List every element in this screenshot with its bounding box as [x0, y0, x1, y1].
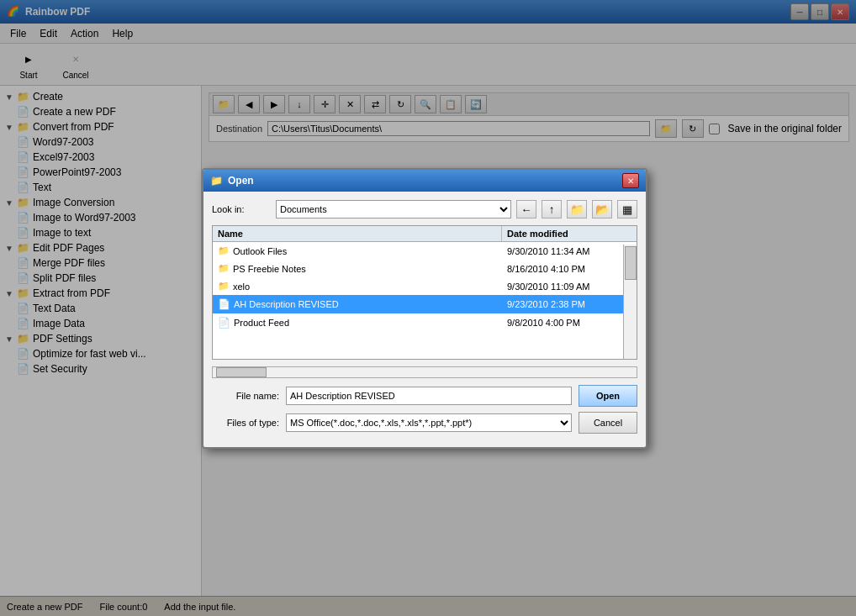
file-row-selected[interactable]: 📄 AH Description REVISED 9/23/2010 2:38 …	[213, 295, 637, 313]
file-list-body: 📁 Outlook Files 9/30/2010 11:34 AM 📁 PS …	[213, 242, 637, 358]
files-of-type-row: Files of type: MS Office(*.doc,*.doc,*.x…	[212, 412, 637, 434]
files-of-type-label: Files of type:	[212, 418, 279, 428]
col-date: Date modified	[502, 226, 637, 241]
file-name-input[interactable]	[286, 387, 572, 405]
file-icon: 📄	[218, 317, 230, 329]
open-dialog: 📁 Open ✕ Look in: Documents ← ↑ 📁 📂 ▦ Na…	[202, 168, 647, 449]
nav-folder-btn[interactable]: 📁	[567, 200, 587, 218]
file-name-row: File name: Open	[212, 385, 637, 407]
dialog-icon: 📁	[210, 175, 223, 187]
look-in-row: Look in: Documents ← ↑ 📁 📂 ▦	[212, 200, 637, 218]
dialog-title-text: Open	[228, 175, 254, 187]
open-button[interactable]: Open	[579, 385, 637, 407]
nav-new-btn[interactable]: 📂	[592, 200, 612, 218]
file-icon: 📄	[218, 298, 230, 310]
look-in-label: Look in:	[212, 204, 271, 214]
file-row[interactable]: 📁 Outlook Files 9/30/2010 11:34 AM	[213, 242, 637, 260]
dialog-close-button[interactable]: ✕	[622, 173, 639, 188]
folder-icon: 📁	[218, 263, 230, 274]
file-name-label: File name:	[212, 391, 279, 401]
col-name: Name	[213, 226, 502, 241]
file-row[interactable]: 📁 PS Freebie Notes 8/16/2010 4:10 PM	[213, 260, 637, 277]
folder-icon: 📁	[218, 245, 230, 256]
files-of-type-select[interactable]: MS Office(*.doc,*.doc,*.xls,*.xls*,*.ppt…	[286, 413, 572, 432]
file-row[interactable]: 📁 xelo 9/30/2010 11:09 AM	[213, 277, 637, 295]
nav-view-btn[interactable]: ▦	[617, 200, 637, 218]
file-list-header: Name Date modified	[213, 226, 637, 242]
dialog-title-bar: 📁 Open ✕	[203, 170, 646, 192]
file-row[interactable]: 📄 Product Feed 9/8/2010 4:00 PM	[213, 313, 637, 332]
nav-up-btn[interactable]: ↑	[542, 200, 562, 218]
cancel-dialog-button[interactable]: Cancel	[579, 412, 637, 434]
scrollbar[interactable]	[623, 245, 637, 359]
dialog-body: Look in: Documents ← ↑ 📁 📂 ▦ Name Date m…	[203, 192, 646, 447]
dialog-overlay: 📁 Open ✕ Look in: Documents ← ↑ 📁 📂 ▦ Na…	[0, 0, 856, 616]
look-in-select[interactable]: Documents	[276, 200, 511, 218]
nav-back-btn[interactable]: ←	[516, 200, 536, 218]
h-scrollbar[interactable]	[212, 366, 637, 378]
file-list-container: Name Date modified 📁 Outlook Files 9/30/…	[212, 225, 637, 360]
folder-icon: 📁	[218, 281, 230, 292]
